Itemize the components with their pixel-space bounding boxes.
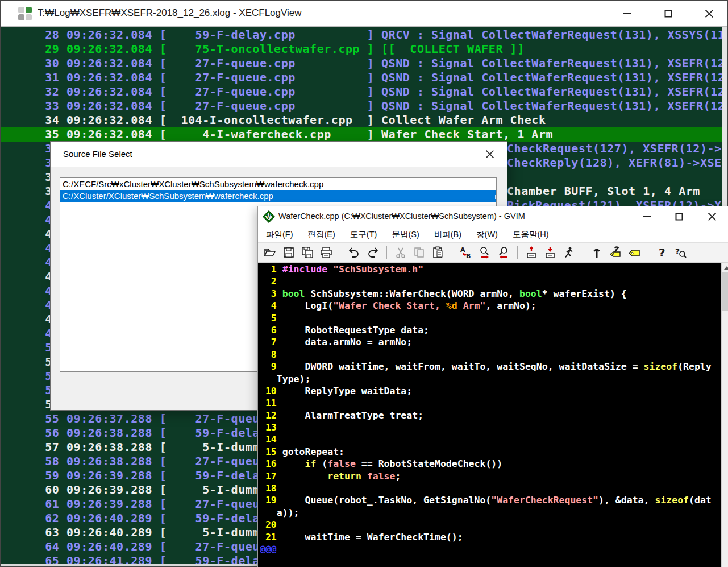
log-row-33[interactable]: 33 09:26:32.084 [ 27-F-queue.cpp ] QSND … (1, 99, 722, 113)
gvim-close-button[interactable] (699, 208, 725, 225)
gvim-titlebar[interactable]: V WaferCheck.cpp (C:₩XCluster₩XCluster₩S… (258, 206, 728, 227)
paste-icon (431, 246, 445, 259)
toolbar-button-run-script[interactable] (561, 245, 576, 260)
toolbar-button-find-prev[interactable] (496, 245, 511, 260)
gvim-menu-item-3[interactable]: 도구(T) (350, 229, 377, 240)
log-row-text: 5 (31, 383, 52, 398)
log-row-text: 4 (31, 326, 52, 341)
line-number: 13 (260, 422, 282, 433)
logview-minimize-button[interactable] (614, 5, 640, 22)
code-token: sizeof (655, 495, 689, 506)
build-tags-icon (609, 246, 622, 259)
toolbar-button-tag-jump[interactable] (627, 245, 642, 260)
line-number: 1 (260, 264, 282, 275)
code-line: 21 waitTime = WaferCheckTime(); (260, 531, 721, 543)
line-number: 15 (260, 446, 282, 457)
code-token: waitTime = WaferCheckTime(); (282, 532, 463, 543)
dialog-titlebar[interactable]: Source File Select (51, 142, 507, 167)
log-row-34[interactable]: 34 09:26:32.084 [ 104-I-oncollectwafer.c… (1, 113, 722, 127)
toolbar-button-find-help[interactable]: ? (673, 245, 688, 260)
minimize-icon (623, 13, 631, 14)
logview-close-button[interactable] (696, 5, 722, 22)
gvim-menu-item-2[interactable]: 편집(E) (308, 229, 335, 240)
toolbar-button-paste[interactable] (431, 245, 446, 260)
log-row-29[interactable]: 29 09:26:32.084 [ 75-T-oncollectwafer.cp… (1, 42, 722, 56)
log-row-fragment: CheckReply(128), XEFR(81)->XSE (507, 156, 722, 170)
log-row-31[interactable]: 31 09:26:32.084 [ 27-F-queue.cpp ] QSND … (1, 71, 722, 85)
run-script-icon (562, 246, 576, 259)
toolbar-button-help[interactable]: ? (655, 245, 669, 260)
line-number: 3 (260, 288, 282, 299)
code-token (327, 264, 333, 275)
code-token: RobotRequestType data; (282, 325, 429, 336)
line-number: 18 (260, 483, 282, 494)
svg-text:?: ? (659, 246, 665, 259)
toolbar-button-session-save[interactable] (543, 245, 558, 260)
gvim-scrollbar[interactable] (721, 263, 728, 567)
help-icon: ? (655, 246, 669, 259)
code-line: 5 (260, 312, 721, 324)
code-token: Type); (277, 374, 311, 384)
line-number: 11 (260, 398, 282, 408)
cut-icon (394, 246, 407, 259)
log-row-text: 3 (31, 170, 52, 184)
svg-text:?: ? (675, 247, 680, 256)
toolbar-button-find-next[interactable] (477, 245, 492, 260)
file-list-item-1[interactable]: C:/XECF/Src₩xCluster₩XCluster₩SchSubsyst… (60, 178, 496, 190)
code-token (361, 471, 367, 482)
toolbar-button-make[interactable] (589, 245, 604, 260)
log-row-text: 4 (31, 312, 52, 326)
log-row-30[interactable]: 30 09:26:32.084 [ 27-F-queue.cpp ] QSND … (1, 56, 722, 71)
find-next-icon (478, 246, 492, 259)
code-line: 10 ReplyType waitData; (260, 385, 721, 397)
toolbar-button-print[interactable] (319, 245, 334, 260)
gvim-app-icon: V (263, 210, 275, 223)
gvim-menu-item-6[interactable]: 창(W) (476, 229, 498, 240)
toolbar-button-undo[interactable] (347, 245, 361, 260)
code-token: Arm" (457, 300, 486, 311)
code-line: 17 return false; (260, 470, 721, 482)
redo-icon (366, 246, 380, 259)
dialog-close-button[interactable] (479, 146, 501, 163)
toolbar-button-open[interactable] (263, 245, 277, 260)
line-number: 7 (260, 337, 282, 347)
log-row-text: 55 09:26:37.288 [ 27-F-queue (31, 412, 267, 426)
log-row-32[interactable]: 32 09:26:32.084 [ 27-F-queue.cpp ] QSND … (1, 85, 722, 99)
gvim-menu-item-5[interactable]: 버퍼(B) (434, 229, 461, 240)
find-prev-icon (497, 246, 510, 259)
gvim-maximize-button[interactable] (666, 208, 692, 225)
toolbar-button-save[interactable] (281, 245, 296, 260)
file-list-item-2[interactable]: C:/XCluster/XCluster₩SchSubsystem₩waferc… (60, 190, 496, 202)
gvim-menu-item-4[interactable]: 문법(S) (392, 229, 419, 240)
code-line: @@@ (260, 543, 721, 555)
gvim-text-area[interactable]: 1 #include "SchSubsystem.h" 2 3 bool Sch… (258, 263, 728, 567)
code-line: 15 gotoRepeat: (260, 446, 721, 458)
toolbar-button-redo[interactable] (365, 245, 380, 260)
log-row-text: 28 09:26:32.084 [ 59-F-delay.cpp ] QRCV … (31, 28, 722, 42)
scrollbar-thumb[interactable] (722, 272, 728, 311)
toolbar-button-copy[interactable] (412, 245, 427, 260)
toolbar-button-replace[interactable]: AB (459, 245, 473, 260)
toolbar-separator (340, 246, 340, 259)
logview-maximize-button[interactable] (655, 5, 681, 22)
toolbar-button-build-tags[interactable] (608, 245, 623, 260)
code-line: Type); (260, 373, 721, 385)
logview-titlebar[interactable]: T:₩Log₩XSEFR₩XSEFR-2018_12_26.xlog - XEC… (1, 1, 727, 27)
gvim-minimize-button[interactable] (634, 208, 660, 225)
log-row-text: 65 09:26:41.289 [ 59-F-delay (31, 554, 267, 564)
toolbar-button-cut[interactable] (393, 245, 408, 260)
screen: T:₩Log₩XSEFR₩XSEFR-2018_12_26.xlog - XEC… (0, 0, 728, 567)
log-row-28[interactable]: 28 09:26:32.084 [ 59-F-delay.cpp ] QRCV … (1, 28, 722, 42)
log-row-text: 60 09:26:39.288 [ 5-I-dummy (31, 483, 267, 497)
gvim-menu-item-7[interactable]: 도움말(H) (513, 229, 549, 240)
find-help-icon: ? (674, 246, 688, 259)
log-row-fragment: CheckRequest(127), XSEFR(12)-> (507, 142, 722, 156)
toolbar-button-session-load[interactable] (524, 245, 539, 260)
tag-jump-icon (627, 246, 641, 259)
gvim-menu-item-1[interactable]: 파일(F) (266, 229, 293, 240)
toolbar-button-save-all[interactable] (300, 245, 315, 260)
log-row-35[interactable]: 35 09:26:32.084 [ 4-I-wafercheck.cpp ] W… (1, 127, 722, 142)
maximize-icon (665, 10, 672, 18)
scroll-up-arrow-icon[interactable] (722, 263, 728, 272)
line-number: 12 (260, 410, 282, 421)
